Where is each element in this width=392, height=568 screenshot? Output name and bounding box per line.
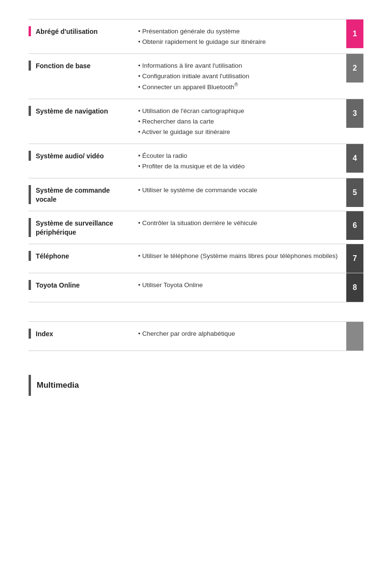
toc-content-item: • Rechercher dans la carte bbox=[138, 116, 342, 127]
toc-content-item: • Activer le guidage sur itinéraire bbox=[138, 127, 342, 137]
toc-content-fonction: • Informations à lire avant l'utilisatio… bbox=[133, 54, 346, 99]
toc-label-surveillance: Système de surveillance périphérique bbox=[36, 218, 129, 237]
toc-row-surveillance: Système de surveillance périphérique• Co… bbox=[29, 211, 363, 244]
num-box-telephone: 7 bbox=[346, 244, 363, 273]
toc-content-toyota: • Utiliser Toyota Online bbox=[133, 273, 346, 302]
toc-content-item: • Utiliser le téléphone (Système mains l… bbox=[138, 251, 342, 261]
toc-content-item: • Écouter la radio bbox=[138, 151, 342, 161]
toc-number-audio: 4 bbox=[346, 144, 363, 178]
side-bar-abrege bbox=[29, 26, 31, 36]
toc-label-fonction: Fonction de base bbox=[36, 61, 90, 71]
toc-table: Abrégé d'utilisation• Présentation génér… bbox=[29, 19, 363, 302]
num-box-surveillance: 6 bbox=[346, 211, 363, 240]
toc-content-audio: • Écouter la radio• Profiter de la musiq… bbox=[133, 144, 346, 178]
multimedia-section: Multimedia bbox=[29, 375, 363, 396]
toc-content-abrege: • Présentation générale du système• Obte… bbox=[133, 20, 346, 54]
side-bar-toyota bbox=[29, 280, 31, 290]
toc-row-telephone: Téléphone• Utiliser le téléphone (Systèm… bbox=[29, 244, 363, 273]
index-content: • Chercher par ordre alphabétique bbox=[133, 322, 346, 351]
toc-left-telephone: Téléphone bbox=[29, 244, 133, 273]
toc-left-audio: Système audio/ vidéo bbox=[29, 144, 133, 178]
toc-content-telephone: • Utiliser le téléphone (Système mains l… bbox=[133, 244, 346, 273]
toc-number-fonction: 2 bbox=[346, 54, 363, 99]
toc-row-toyota: Toyota Online• Utiliser Toyota Online8 bbox=[29, 273, 363, 302]
toc-content-item: • Connecter un appareil Bluetooth® bbox=[138, 81, 342, 92]
toc-left-fonction: Fonction de base bbox=[29, 54, 133, 99]
toc-content-item: • Informations à lire avant l'utilisatio… bbox=[138, 61, 342, 71]
index-bar bbox=[29, 329, 31, 339]
side-bar-vocale bbox=[29, 185, 31, 204]
num-box-audio: 4 bbox=[346, 144, 363, 173]
index-number bbox=[346, 322, 363, 351]
toc-row-navigation: Système de navigation• Utilisation de l'… bbox=[29, 99, 363, 144]
toc-row-abrege: Abrégé d'utilisation• Présentation génér… bbox=[29, 20, 363, 54]
side-bar-fonction bbox=[29, 61, 31, 71]
toc-number-telephone: 7 bbox=[346, 244, 363, 273]
toc-row-fonction: Fonction de base• Informations à lire av… bbox=[29, 54, 363, 99]
multimedia-bar bbox=[29, 375, 31, 396]
index-num-box bbox=[346, 322, 363, 351]
index-row: Index• Chercher par ordre alphabétique bbox=[29, 322, 363, 351]
num-box-vocale: 5 bbox=[346, 178, 363, 207]
toc-left-abrege: Abrégé d'utilisation bbox=[29, 20, 133, 54]
toc-label-abrege: Abrégé d'utilisation bbox=[36, 26, 98, 36]
num-box-navigation: 3 bbox=[346, 99, 363, 128]
toc-label-navigation: Système de navigation bbox=[36, 106, 108, 116]
toc-label-toyota: Toyota Online bbox=[36, 280, 80, 290]
toc-row-vocale: Système de commande vocale• Utiliser le … bbox=[29, 178, 363, 211]
side-bar-navigation bbox=[29, 106, 31, 116]
toc-left-vocale: Système de commande vocale bbox=[29, 178, 133, 211]
toc-label-vocale: Système de commande vocale bbox=[36, 185, 129, 204]
toc-content-item: • Obtenir rapidement le guidage sur itin… bbox=[138, 37, 342, 47]
toc-content-item: • Utilisation de l'écran cartographique bbox=[138, 106, 342, 116]
num-box-fonction: 2 bbox=[346, 54, 363, 83]
side-bar-telephone bbox=[29, 251, 31, 261]
side-bar-surveillance bbox=[29, 218, 31, 237]
toc-left-surveillance: Système de surveillance périphérique bbox=[29, 211, 133, 244]
toc-label-audio: Système audio/ vidéo bbox=[36, 151, 104, 161]
index-label: Index bbox=[36, 329, 53, 339]
toc-content-item: • Contrôler la situation derrière le véh… bbox=[138, 218, 342, 228]
toc-number-toyota: 8 bbox=[346, 273, 363, 302]
toc-content-item: • Utiliser Toyota Online bbox=[138, 280, 342, 290]
index-table: Index• Chercher par ordre alphabétique bbox=[29, 321, 363, 351]
index-left: Index bbox=[29, 322, 133, 351]
num-box-abrege: 1 bbox=[346, 20, 363, 48]
toc-row-audio: Système audio/ vidéo• Écouter la radio• … bbox=[29, 144, 363, 178]
toc-left-navigation: Système de navigation bbox=[29, 99, 133, 144]
toc-number-surveillance: 6 bbox=[346, 211, 363, 244]
toc-content-item: • Profiter de la musique et de la vidéo bbox=[138, 161, 342, 172]
toc-number-abrege: 1 bbox=[346, 20, 363, 54]
toc-number-vocale: 5 bbox=[346, 178, 363, 211]
multimedia-label: Multimedia bbox=[37, 381, 79, 390]
toc-number-navigation: 3 bbox=[346, 99, 363, 144]
toc-content-navigation: • Utilisation de l'écran cartographique•… bbox=[133, 99, 346, 144]
toc-content-vocale: • Utiliser le système de commande vocale bbox=[133, 178, 346, 211]
toc-content-item: • Utiliser le système de commande vocale bbox=[138, 185, 342, 196]
num-box-toyota: 8 bbox=[346, 273, 363, 302]
toc-content-surveillance: • Contrôler la situation derrière le véh… bbox=[133, 211, 346, 244]
toc-label-telephone: Téléphone bbox=[36, 251, 69, 261]
toc-left-toyota: Toyota Online bbox=[29, 273, 133, 302]
toc-content-item: • Configuration initiale avant l'utilisa… bbox=[138, 71, 342, 82]
index-content-item: • Chercher par ordre alphabétique bbox=[138, 329, 342, 339]
toc-content-item: • Présentation générale du système bbox=[138, 26, 342, 37]
side-bar-audio bbox=[29, 151, 31, 161]
